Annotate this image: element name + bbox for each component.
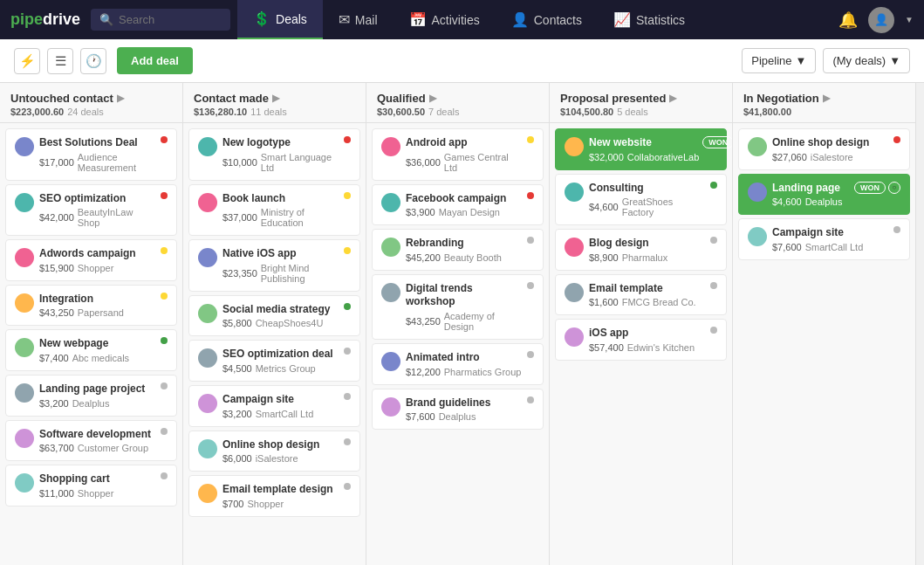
card-4-2[interactable]: Campaign site $7,600 SmartCall Ltd bbox=[738, 218, 910, 260]
card-0-1[interactable]: SEO optimization $42,000 BeautyInLaw Sho… bbox=[5, 184, 177, 237]
card-2-4[interactable]: Animated intro $12,200 Pharmatics Group bbox=[372, 343, 544, 385]
search-box[interactable]: 🔍 bbox=[91, 9, 230, 31]
column-arrow-icon-1: ▶ bbox=[272, 93, 279, 104]
card-amount-4-0: $27,060 bbox=[772, 152, 807, 162]
card-1-0[interactable]: New logotype $10,000 Smart Language Ltd bbox=[188, 128, 360, 181]
card-indicator-1-3 bbox=[344, 303, 351, 310]
avatar-0-7 bbox=[15, 473, 34, 493]
column-title-text-3: Proposal presented bbox=[560, 92, 666, 105]
card-0-4[interactable]: New webpage $7,400 Abc medicals bbox=[5, 329, 177, 371]
card-company-2-0: Games Central Ltd bbox=[444, 152, 524, 173]
card-left-3-1: Consulting $4,600 GreatShoes Factory bbox=[565, 182, 707, 218]
card-2-0[interactable]: Android app $36,000 Games Central Ltd bbox=[372, 128, 544, 181]
card-1-6[interactable]: Online shop design $6,000 iSalestore bbox=[188, 431, 360, 472]
card-1-7[interactable]: Email template design $700 Shopper bbox=[188, 475, 360, 517]
card-1-3[interactable]: Social media strategy $5,800 CheapShoes4… bbox=[188, 295, 360, 337]
card-row-4-0: $27,060 iSalestore bbox=[772, 152, 890, 162]
card-company-0-7: Shopper bbox=[78, 488, 114, 499]
pipeline-dropdown[interactable]: Pipeline ▼ bbox=[742, 48, 816, 73]
column-title-4: In Negotiation▶ bbox=[743, 92, 905, 105]
card-indicator-3-1 bbox=[710, 182, 717, 189]
avatar-0-0 bbox=[15, 137, 34, 156]
card-left-0-1: SEO optimization $42,000 BeautyInLaw Sho… bbox=[15, 192, 157, 229]
filter-icon[interactable]: ⚡ bbox=[14, 48, 40, 74]
column-title-text-4: In Negotiation bbox=[743, 92, 819, 105]
card-3-3[interactable]: Email template $1,600 FMCG Bread Co. bbox=[555, 274, 727, 316]
card-3-4[interactable]: iOS app $57,400 Edwin's Kitchen bbox=[555, 319, 727, 361]
nav-deals[interactable]: 💲 Deals bbox=[237, 0, 323, 39]
user-chevron-icon[interactable]: ▼ bbox=[905, 15, 914, 24]
card-company-0-0: Audience Measurement bbox=[78, 152, 157, 173]
user-avatar[interactable]: 👤 bbox=[868, 7, 894, 33]
pipeline-chevron-icon: ▼ bbox=[796, 54, 807, 67]
card-row-0-2: $15,900 Shopper bbox=[39, 263, 157, 273]
card-0-0[interactable]: Best Solutions Deal $17,000 Audience Mea… bbox=[5, 128, 177, 181]
nav-contacts-label: Contacts bbox=[534, 13, 582, 27]
my-deals-dropdown[interactable]: (My deals) ▼ bbox=[823, 48, 910, 73]
card-title-0-6: Software development bbox=[39, 428, 157, 442]
status-dot-1-3 bbox=[344, 303, 351, 310]
nav-statistics[interactable]: 📈 Statistics bbox=[598, 0, 701, 39]
card-2-1[interactable]: Facebook campaign $3,900 Mayan Design bbox=[372, 184, 544, 226]
card-info-0-2: Adwords campaign $15,900 Shopper bbox=[39, 247, 157, 273]
avatar-1-5 bbox=[198, 394, 217, 413]
card-info-1-7: Email template design $700 Shopper bbox=[222, 483, 340, 509]
card-indicator-1-6 bbox=[344, 438, 351, 445]
card-indicator-3-2 bbox=[710, 237, 717, 244]
card-3-2[interactable]: Blog design $8,900 Pharmalux bbox=[555, 229, 727, 271]
column-title-text-2: Qualified bbox=[377, 92, 426, 105]
card-1-1[interactable]: Book launch $37,000 Ministry of Educatio… bbox=[188, 184, 360, 237]
card-company-0-1: BeautyInLaw Shop bbox=[78, 207, 157, 228]
notifications-icon[interactable]: 🔔 bbox=[838, 10, 858, 30]
card-title-2-4: Animated intro bbox=[406, 351, 524, 365]
nav-contacts[interactable]: 👤 Contacts bbox=[496, 0, 598, 39]
card-title-0-4: New webpage bbox=[39, 337, 157, 351]
pipeline-label: Pipeline bbox=[751, 54, 791, 67]
card-indicator-2-0 bbox=[527, 136, 534, 143]
card-title-1-5: Campaign site bbox=[222, 393, 340, 407]
card-info-3-2: Blog design $8,900 Pharmalux bbox=[589, 237, 707, 263]
card-0-7[interactable]: Shopping cart $11,000 Shopper bbox=[5, 465, 177, 506]
search-input[interactable] bbox=[119, 13, 222, 26]
card-0-3[interactable]: Integration $43,250 Papersand bbox=[5, 285, 177, 327]
card-company-4-1: Dealplus bbox=[805, 196, 843, 207]
add-deal-button[interactable]: Add deal bbox=[117, 47, 193, 74]
card-action-4-1[interactable]: ○ bbox=[888, 182, 900, 194]
card-info-1-0: New logotype $10,000 Smart Language Ltd bbox=[222, 136, 340, 173]
card-1-5[interactable]: Campaign site $3,200 SmartCall Ltd bbox=[188, 385, 360, 427]
card-company-1-3: CheapShoes4U bbox=[256, 318, 324, 328]
card-info-2-0: Android app $36,000 Games Central Ltd bbox=[406, 136, 524, 173]
card-3-1[interactable]: Consulting $4,600 GreatShoes Factory bbox=[555, 174, 727, 226]
card-top-0-6: Software development $63,700 Customer Gr… bbox=[15, 428, 168, 454]
history-icon[interactable]: 🕐 bbox=[80, 48, 106, 74]
card-4-1[interactable]: Landing page $4,600 Dealplus WON○ bbox=[738, 174, 910, 216]
card-title-0-0: Best Solutions Deal bbox=[39, 136, 157, 150]
card-indicator-2-4 bbox=[527, 351, 534, 358]
card-row-0-6: $63,700 Customer Group bbox=[39, 443, 157, 453]
card-row-1-6: $6,000 iSalestore bbox=[222, 453, 340, 464]
cards-2: Android app $36,000 Games Central Ltd Fa… bbox=[366, 123, 549, 565]
card-2-3[interactable]: Digital trends workshop $43,250 Academy … bbox=[372, 274, 544, 340]
card-1-2[interactable]: Native iOS app $23,350 Bright Mind Publi… bbox=[188, 239, 360, 292]
card-amount-3-2: $8,900 bbox=[589, 252, 619, 263]
card-indicator-4-2 bbox=[893, 226, 900, 233]
nav-mail-label: Mail bbox=[355, 13, 378, 27]
card-row-1-0: $10,000 Smart Language Ltd bbox=[222, 152, 340, 173]
column-meta-1: $136,280.1011 deals bbox=[194, 107, 355, 117]
column-arrow-icon-2: ▶ bbox=[429, 93, 436, 104]
card-0-6[interactable]: Software development $63,700 Customer Gr… bbox=[5, 420, 177, 462]
card-2-2[interactable]: Rebranding $45,200 Beauty Booth bbox=[372, 229, 544, 271]
card-1-4[interactable]: SEO optimization deal $4,500 Metrics Gro… bbox=[188, 340, 360, 382]
card-top-1-4: SEO optimization deal $4,500 Metrics Gro… bbox=[198, 348, 351, 374]
nav-activities[interactable]: 📅 Activities bbox=[394, 0, 496, 39]
card-0-2[interactable]: Adwords campaign $15,900 Shopper bbox=[5, 239, 177, 281]
card-2-5[interactable]: Brand guidelines $7,600 Dealplus bbox=[372, 389, 544, 431]
card-3-0[interactable]: New website $32,000 CollaborativeLab WON… bbox=[555, 128, 727, 170]
nav-mail[interactable]: ✉ Mail bbox=[323, 0, 394, 39]
status-dot-0-3 bbox=[161, 293, 168, 300]
card-title-1-1: Book launch bbox=[222, 192, 340, 206]
column-arrow-icon-4: ▶ bbox=[823, 93, 830, 104]
card-0-5[interactable]: Landing page project $3,200 Dealplus bbox=[5, 375, 177, 417]
list-view-icon[interactable]: ☰ bbox=[47, 48, 73, 74]
card-4-0[interactable]: Online shop design $27,060 iSalestore bbox=[738, 128, 910, 170]
